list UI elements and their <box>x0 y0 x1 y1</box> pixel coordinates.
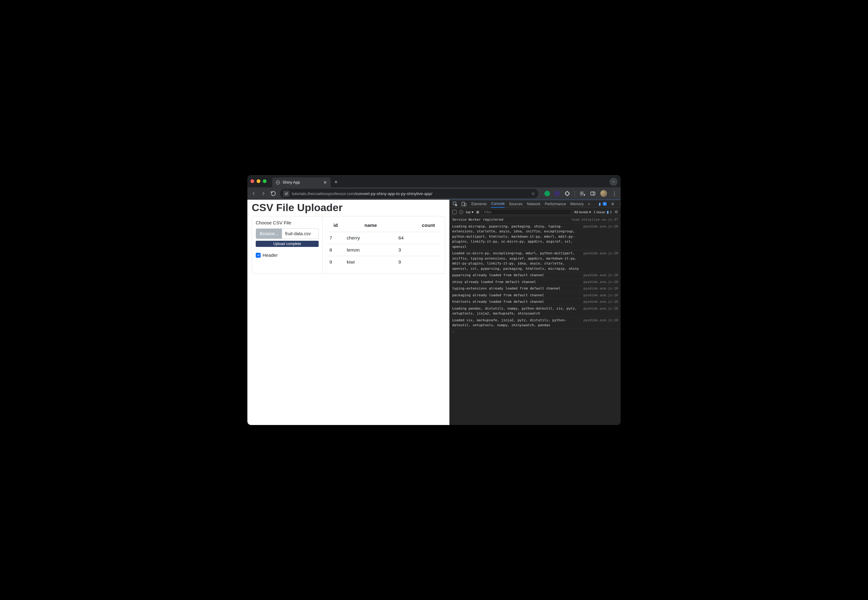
window-close-button[interactable] <box>251 179 254 183</box>
console-log-row: Loaded uc-micro-py, exceptiongroup, mdur… <box>450 250 621 272</box>
console-log-row: Loaded six, markupsafe, jinja2, pytz, di… <box>450 317 621 329</box>
log-message: pyparsing already loaded from default ch… <box>452 273 581 278</box>
log-levels-select[interactable]: All levels ▾ <box>574 210 591 214</box>
console-prompt[interactable]: › <box>450 329 621 334</box>
log-source[interactable]: pyodide.asm.js:10 <box>583 293 618 298</box>
header-checkbox-label: Header <box>263 253 278 258</box>
browser-menu-button[interactable]: ⋮ <box>611 191 617 197</box>
log-source[interactable]: pyodide.asm.js:10 <box>583 224 618 250</box>
devtools-tab-performance[interactable]: Performance <box>545 202 566 206</box>
cell-name: kiwi <box>345 256 396 268</box>
panel-icon[interactable] <box>590 191 596 197</box>
window-maximize-button[interactable] <box>263 179 266 183</box>
new-tab-button[interactable]: + <box>334 179 338 185</box>
devtools-menu-icon[interactable]: ⋮ <box>619 202 621 206</box>
checkbox-checked-icon <box>256 253 261 258</box>
data-table-card: id name count 7 cherry 648 lemon 39 kiwi… <box>322 216 445 274</box>
console-log-row: htmltools already loaded from default ch… <box>450 299 621 306</box>
chevron-down-icon <box>612 180 615 183</box>
reload-button[interactable] <box>270 191 277 197</box>
cell-count: 64 <box>396 232 441 244</box>
file-input-label: Choose CSV File <box>256 220 319 225</box>
devtools-tab-sources[interactable]: Sources <box>509 202 523 206</box>
devtools-settings-icon[interactable]: ⚙ <box>611 201 614 207</box>
svg-rect-0 <box>591 192 595 195</box>
page-title: CSV File Uploader <box>247 200 449 216</box>
browse-button[interactable]: Browse... <box>256 229 282 239</box>
log-source[interactable]: pyodide.asm.js:10 <box>583 273 618 278</box>
extensions-puzzle-icon[interactable] <box>564 191 570 197</box>
devtools-left-tools <box>452 201 467 207</box>
nav-back-button[interactable] <box>251 191 257 197</box>
tab-title: Shiny App <box>283 180 300 185</box>
console-sidebar-toggle-icon[interactable] <box>452 210 457 214</box>
log-source[interactable]: pyodide.asm.js:10 <box>583 318 618 328</box>
bookmark-star-icon[interactable]: ☆ <box>531 191 535 196</box>
console-log-row: typing-extensions already loaded from de… <box>450 285 621 292</box>
devtools-messages-icon[interactable]: ▮ <box>599 202 601 206</box>
table-row: 7 cherry 64 <box>327 232 441 244</box>
log-source[interactable]: pyodide.asm.js:10 <box>583 299 618 305</box>
header-checkbox[interactable]: Header <box>256 253 319 258</box>
devtools-tab-network[interactable]: Network <box>527 202 540 206</box>
toolbar-divider <box>575 191 575 196</box>
console-toolbar: top ▾ ◉ All levels ▾ 1 Issue: ▮ 1 ⚙ <box>450 208 621 216</box>
col-name: name <box>345 220 396 232</box>
window-minimize-button[interactable] <box>257 179 260 183</box>
devtools-tab-overflow[interactable]: » <box>588 202 590 206</box>
address-bar[interactable]: ⇄ tutorials.thecoatlessprofessor.com/con… <box>280 189 538 198</box>
log-source[interactable]: pyodide.asm.js:10 <box>583 251 618 271</box>
devtools-messages-count: 1 <box>603 202 607 206</box>
file-input[interactable]: Browse... fruit-data.csv <box>256 229 319 239</box>
app-page: CSV File Uploader Choose CSV File Browse… <box>247 200 449 425</box>
console-log-row: Loading pandas, distutils, numpy, python… <box>450 306 621 317</box>
cell-id: 7 <box>327 232 345 244</box>
tab-strip: Shiny App ✕ + <box>247 175 621 187</box>
console-log-row: shiny already loaded from default channe… <box>450 279 621 286</box>
clear-console-icon[interactable] <box>459 210 463 214</box>
profile-avatar[interactable] <box>600 190 607 197</box>
site-settings-icon[interactable]: ⇄ <box>283 191 289 197</box>
log-source[interactable]: pyodide.asm.js:10 <box>583 280 618 285</box>
devtools-tab-console[interactable]: Console <box>491 202 505 208</box>
log-message: Loading pandas, distutils, numpy, python… <box>452 306 581 317</box>
cell-id: 8 <box>327 244 345 256</box>
devtools-tab-memory[interactable]: Memory <box>570 202 584 206</box>
cell-name: cherry <box>345 232 396 244</box>
cell-count: 3 <box>396 244 441 256</box>
device-toggle-icon[interactable] <box>461 201 467 207</box>
extension-icon[interactable] <box>554 191 560 196</box>
log-message: htmltools already loaded from default ch… <box>452 299 581 305</box>
console-log-list[interactable]: Service Worker registered load-shinylive… <box>450 216 621 425</box>
log-source[interactable]: pyodide.asm.js:10 <box>583 306 618 317</box>
tab-shiny-app[interactable]: Shiny App ✕ <box>272 177 331 187</box>
console-log-row: packaging already loaded from default ch… <box>450 292 621 299</box>
log-source[interactable]: load-shinylive-sw.js:37 <box>571 217 618 223</box>
inspect-element-icon[interactable] <box>452 201 458 207</box>
console-log-row: pyparsing already loaded from default ch… <box>450 272 621 279</box>
log-source[interactable]: pyodide.asm.js:10 <box>583 286 618 291</box>
media-playlist-icon[interactable] <box>579 191 585 197</box>
log-message: shiny already loaded from default channe… <box>452 280 581 285</box>
tab-close-button[interactable]: ✕ <box>323 180 327 185</box>
log-message: Loaded six, markupsafe, jinja2, pytz, di… <box>452 318 581 328</box>
col-count: count <box>396 220 441 232</box>
log-message: Loaded uc-micro-py, exceptiongroup, mdur… <box>452 251 581 271</box>
content-split: CSV File Uploader Choose CSV File Browse… <box>247 200 621 425</box>
execution-context-select[interactable]: top ▾ <box>466 210 473 214</box>
log-message: typing-extensions already loaded from de… <box>452 286 581 291</box>
nav-forward-button[interactable] <box>260 191 266 197</box>
browser-window: Shiny App ✕ + ⇄ tutorials.thecoatlesspro… <box>247 175 621 425</box>
table-header-row: id name count <box>327 220 441 232</box>
cell-count: 9 <box>396 256 441 268</box>
console-filter-input[interactable] <box>482 209 572 215</box>
console-settings-icon[interactable]: ⚙ <box>614 209 618 214</box>
devtools-tab-bar: Elements Console Sources Network Perform… <box>450 200 621 208</box>
tabs-dropdown-button[interactable] <box>609 178 617 186</box>
sidebar-card: Choose CSV File Browse... fruit-data.csv… <box>252 216 323 274</box>
issues-link[interactable]: 1 Issue: ▮ 1 <box>593 210 612 214</box>
devtools-tab-elements[interactable]: Elements <box>471 202 487 206</box>
live-expression-icon[interactable]: ◉ <box>476 209 479 214</box>
extension-grammarly-icon[interactable] <box>544 191 550 196</box>
selected-filename: fruit-data.csv <box>282 229 318 239</box>
